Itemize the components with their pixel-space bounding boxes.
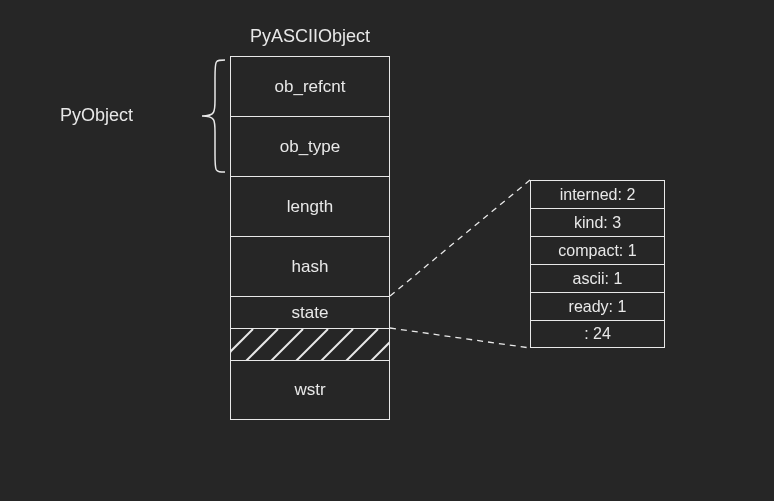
diagram-canvas: PyASCIIObject PyObject ob_refcnt ob_type… [0, 0, 774, 501]
state-ready: ready: 1 [530, 292, 665, 320]
svg-line-8 [390, 180, 530, 296]
state-kind: kind: 3 [530, 208, 665, 236]
state-interned: interned: 2 [530, 180, 665, 208]
state-compact: compact: 1 [530, 236, 665, 264]
state-detail-box: interned: 2 kind: 3 compact: 1 ascii: 1 … [530, 180, 665, 348]
state-pad: : 24 [530, 320, 665, 348]
svg-line-9 [390, 328, 530, 348]
state-ascii: ascii: 1 [530, 264, 665, 292]
